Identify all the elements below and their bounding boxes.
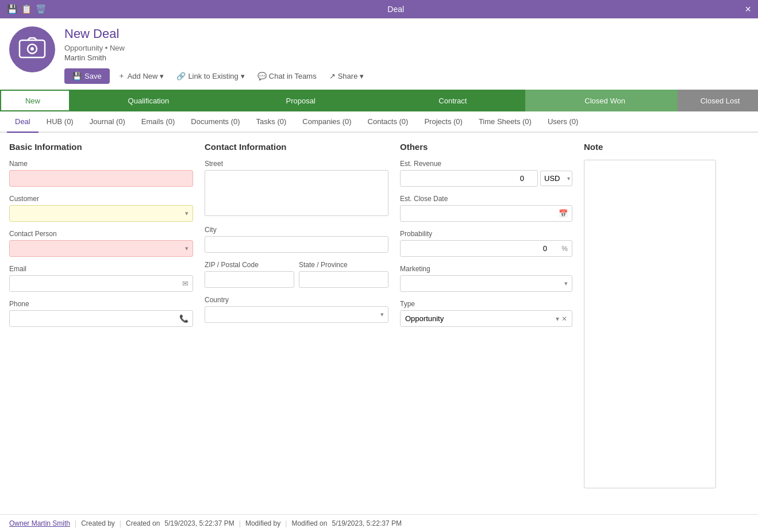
est-close-date-input[interactable] <box>400 205 572 222</box>
email-icon: ✉ <box>182 279 188 288</box>
contact-person-select-wrapper: ▾ <box>9 240 193 257</box>
chevron-down-icon-link: ▾ <box>241 72 245 80</box>
share-icon: ↗ <box>329 72 336 80</box>
tab-contacts[interactable]: Contacts (0) <box>360 111 417 133</box>
phone-input[interactable] <box>9 310 193 327</box>
tab-projects[interactable]: Projects (0) <box>416 111 470 133</box>
marketing-label: Marketing <box>400 265 572 273</box>
add-new-button[interactable]: ＋ Add New ▾ <box>113 68 169 84</box>
probability-field-group: Probability % <box>400 230 572 257</box>
marketing-select[interactable] <box>400 275 572 292</box>
tab-users[interactable]: Users (0) <box>540 111 586 133</box>
customer-label: Customer <box>9 195 193 203</box>
type-label: Type <box>400 300 572 308</box>
tab-timesheets[interactable]: Time Sheets (0) <box>471 111 540 133</box>
est-revenue-field-group: Est. Revenue USD EUR GBP ▾ <box>400 160 572 187</box>
pipeline-container: New Qualification Proposal Contract Clos… <box>0 90 758 111</box>
probability-row: % <box>400 240 572 257</box>
contact-person-select[interactable] <box>9 240 193 257</box>
street-label: Street <box>205 160 388 168</box>
type-chevron-icon[interactable]: ▾ <box>556 315 559 323</box>
save-button[interactable]: 💾 Save <box>64 68 110 84</box>
stage-contract[interactable]: Contract <box>374 90 526 111</box>
email-field-group: Email ✉ <box>9 265 193 292</box>
name-input[interactable] <box>9 170 193 187</box>
delete-icon[interactable]: 🗑️ <box>36 4 47 14</box>
est-close-date-label: Est. Close Date <box>400 195 572 203</box>
country-select[interactable] <box>205 306 388 323</box>
teams-icon: 💬 <box>257 72 267 80</box>
city-label: City <box>205 226 388 234</box>
chat-in-teams-button[interactable]: 💬 Chat in Teams <box>253 69 321 83</box>
marketing-select-wrapper: ▾ <box>400 275 572 292</box>
phone-input-wrapper: 📞 <box>9 310 193 327</box>
save-disk-icon[interactable]: 💾 <box>7 4 18 14</box>
chevron-down-icon: ▾ <box>160 72 164 80</box>
zip-label: ZIP / Postal Code <box>205 261 294 269</box>
city-input[interactable] <box>205 236 388 253</box>
email-input[interactable] <box>9 275 193 292</box>
share-button[interactable]: ↗ Share ▾ <box>325 69 369 83</box>
phone-icon: 📞 <box>179 314 188 323</box>
country-select-wrapper: ▾ <box>205 306 388 323</box>
tab-companies[interactable]: Companies (0) <box>294 111 359 133</box>
name-field-group: Name <box>9 160 193 187</box>
contact-person-field-group: Contact Person ▾ <box>9 230 193 257</box>
type-select[interactable]: Opportunity Lead <box>401 311 551 326</box>
close-button[interactable]: × <box>745 3 751 16</box>
probability-input[interactable] <box>400 240 572 257</box>
probability-label: Probability <box>400 230 572 238</box>
stage-closed-lost[interactable]: Closed Lost <box>678 90 758 111</box>
currency-select[interactable]: USD EUR GBP <box>540 171 572 186</box>
est-revenue-row: USD EUR GBP ▾ <box>400 170 572 187</box>
state-input[interactable] <box>299 271 388 288</box>
header-info: New Deal Opportunity • New Martin Smith … <box>64 26 749 84</box>
tab-journal[interactable]: Journal (0) <box>82 111 133 133</box>
type-clear-icon[interactable]: ✕ <box>561 315 567 323</box>
tab-tasks[interactable]: Tasks (0) <box>248 111 295 133</box>
header: New Deal Opportunity • New Martin Smith … <box>0 18 758 90</box>
chevron-down-icon-share: ▾ <box>360 72 364 80</box>
state-label: State / Province <box>299 261 388 269</box>
customer-select[interactable] <box>9 205 193 222</box>
note-section: Note <box>584 142 716 488</box>
pipeline: New Qualification Proposal Contract Clos… <box>0 90 758 111</box>
header-actions: 💾 Save ＋ Add New ▾ 🔗 Link to Existing ▾ … <box>64 68 749 84</box>
link-icon: 🔗 <box>176 72 186 80</box>
city-field-group: City <box>205 226 388 253</box>
main-content: Basic Information Name Customer ▾ Contac… <box>0 133 758 511</box>
type-field-group: Type Opportunity Lead ▾ ✕ <box>400 300 572 327</box>
zip-state-row: ZIP / Postal Code State / Province <box>205 261 388 296</box>
est-revenue-input[interactable] <box>400 170 538 187</box>
note-textarea[interactable] <box>584 160 716 488</box>
tab-deal[interactable]: Deal <box>7 111 39 133</box>
deal-title: New Deal <box>64 26 749 41</box>
street-field-group: Street <box>205 160 388 218</box>
stage-proposal[interactable]: Proposal <box>221 90 374 111</box>
name-label: Name <box>9 160 193 168</box>
est-close-date-wrapper: 📅 <box>400 205 572 222</box>
tab-documents[interactable]: Documents (0) <box>183 111 248 133</box>
street-input[interactable] <box>205 170 388 216</box>
percent-icon: % <box>561 245 568 253</box>
stage-new[interactable]: New <box>0 90 69 111</box>
deal-owner: Martin Smith <box>64 53 749 62</box>
tab-emails[interactable]: Emails (0) <box>133 111 183 133</box>
avatar-icon <box>18 37 46 63</box>
customer-field-group: Customer ▾ <box>9 195 193 222</box>
phone-field-group: Phone 📞 <box>9 300 193 327</box>
country-field-group: Country ▾ <box>205 296 388 323</box>
copy-icon[interactable]: 📋 <box>21 4 32 14</box>
others-section: Others Est. Revenue USD EUR GBP ▾ Est. C… <box>400 142 584 488</box>
zip-input[interactable] <box>205 271 294 288</box>
save-icon: 💾 <box>72 72 82 80</box>
title-bar-left-icons: 💾 📋 🗑️ <box>7 4 47 14</box>
tabs: Deal HUB (0) Journal (0) Emails (0) Docu… <box>0 111 758 133</box>
stage-qualification[interactable]: Qualification <box>69 90 221 111</box>
avatar <box>9 26 55 72</box>
tab-hub[interactable]: HUB (0) <box>39 111 82 133</box>
stage-closed-won[interactable]: Closed Won <box>525 90 678 111</box>
state-field-group: State / Province <box>299 261 388 288</box>
link-to-existing-button[interactable]: 🔗 Link to Existing ▾ <box>172 69 249 83</box>
phone-label: Phone <box>9 300 193 308</box>
